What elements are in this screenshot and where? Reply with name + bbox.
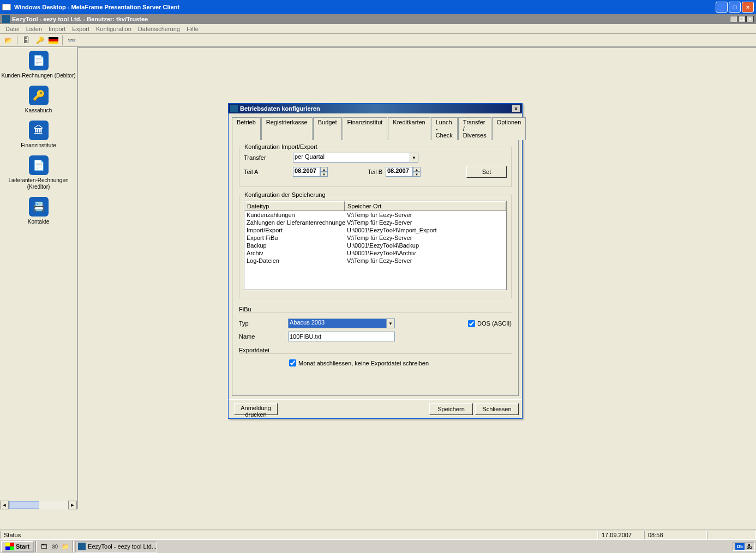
key-icon[interactable]: 🔑 [34, 35, 46, 46]
tab-lunch-check[interactable]: Lunch - Check [431, 117, 458, 140]
sidebar-label: Kontakte [0, 219, 77, 225]
teilb-input[interactable]: 08.2007 [386, 167, 413, 177]
grid-row[interactable]: ArchivU:\0001\EezyTool4\Archiv [244, 249, 506, 257]
grid-row[interactable]: Export FiBuV:\Temp für Eezy-Server [244, 234, 506, 242]
status-spare [707, 531, 756, 539]
col-dateityp[interactable]: Dateityp [244, 201, 345, 211]
scroll-thumb[interactable] [9, 501, 39, 509]
dropdown-icon[interactable]: ▼ [410, 153, 418, 163]
sidebar-item-1[interactable]: 🔑Kassabuch [0, 86, 77, 114]
schliessen-button[interactable]: Schliessen [475, 403, 519, 415]
grid-cell-type: Log-Dateien [244, 257, 345, 265]
scroll-left-button[interactable]: ◄ [0, 501, 9, 509]
storage-fieldset: Konfiguration der Speicherung Dateityp S… [239, 195, 512, 298]
sidebar-icon: 🔑 [29, 86, 49, 105]
tab-budget[interactable]: Budget [313, 117, 342, 140]
tab-body: Konfiguration Import/Export Transfer per… [232, 140, 519, 396]
menu-export[interactable]: Export [69, 26, 93, 32]
minimize-button[interactable]: _ [716, 2, 728, 13]
language-indicator[interactable]: DE [735, 543, 745, 550]
explorer-icon[interactable]: 📁 [60, 541, 71, 552]
ie-icon[interactable]: ⓔ [49, 541, 60, 552]
tab-kreditkarten[interactable]: Kreditkarten [388, 117, 430, 140]
properties-icon[interactable]: 🗄 [20, 35, 32, 46]
grid-row[interactable]: Import/ExportU:\0001\EezyTool4\Import_Ex… [244, 226, 506, 234]
outer-window-titlebar: Windows Desktop - MetaFrame Presentation… [0, 0, 756, 14]
grid-row[interactable]: Zahlungen der LieferantenrechnungenV:\Te… [244, 219, 506, 226]
teilb-spinner[interactable]: ▲▼ [413, 167, 421, 177]
dialog-title: Betriebsdaten konfigurieren [240, 105, 320, 112]
scroll-right-button[interactable]: ► [68, 501, 77, 509]
inner-window-titlebar: EezyTool - eezy tool Ltd. - Benutzer: tk… [0, 14, 756, 24]
menu-hilfe[interactable]: Hilfe [183, 26, 202, 32]
sidebar-icon: 📄 [29, 155, 49, 175]
content-area: Betriebsdaten konfigurieren × BetriebReg… [77, 47, 756, 509]
col-speicherort[interactable]: Speicher-Ort [345, 201, 506, 211]
sidebar-item-3[interactable]: 📄Lieferanten-Rechnungen (Kreditor) [0, 155, 77, 190]
mdi-minimize-button[interactable]: _ [730, 16, 737, 22]
menu-listen[interactable]: Listen [23, 26, 45, 32]
grid-header: Dateityp Speicher-Ort [244, 201, 506, 211]
sidebar-icon: 📇 [29, 197, 49, 217]
sidebar-label: Lieferanten-Rechnungen (Kreditor) [0, 177, 77, 190]
flag-de-icon[interactable] [47, 35, 59, 46]
show-desktop-icon[interactable]: 🗔 [38, 541, 49, 552]
speichern-button[interactable]: Speichern [429, 403, 473, 415]
dropdown-icon[interactable]: ▼ [386, 318, 395, 328]
taskbar-eezytool[interactable]: EezyTool - eezy tool Ltd.... [75, 541, 157, 552]
name-input[interactable] [288, 332, 395, 341]
grid-cell-type: Archiv [244, 249, 345, 257]
tabstrip: BetriebRegistrierkasseBudgetFinanzinstit… [232, 117, 519, 140]
set-button[interactable]: Set [466, 166, 507, 178]
grid-cell-path: V:\Temp für Eezy-Server [345, 211, 506, 219]
binoculars-icon[interactable]: 👓 [65, 35, 77, 46]
status-date: 17.09.2007 [598, 531, 644, 539]
grid-cell-path: U:\0001\EezyTool4\Archiv [345, 249, 506, 257]
task-app-icon [78, 543, 86, 550]
grid-row[interactable]: BackupU:\0001\EezyTool4\Backup [244, 242, 506, 249]
outer-window-title: Windows Desktop - MetaFrame Presentation… [14, 4, 179, 10]
mdi-close-button[interactable]: × [746, 16, 754, 22]
sidebar-item-2[interactable]: 🏛Finanzinstitute [0, 121, 77, 149]
anmeldung-drucken-button[interactable]: Anmeldung drucken [234, 403, 278, 415]
tab-betrieb[interactable]: Betrieb [232, 117, 261, 140]
exportdatei-heading: Exportdatei [239, 347, 512, 354]
sidebar-item-0[interactable]: 📄Kunden-Rechnungen (Debitor) [0, 51, 77, 79]
storage-grid[interactable]: Dateityp Speicher-Ort KundenzahlungenV:\… [244, 201, 507, 290]
grid-cell-type: Export FiBu [244, 234, 345, 242]
storage-legend: Konfiguration der Speicherung [243, 191, 327, 198]
sidebar-label: Kunden-Rechnungen (Debitor) [0, 73, 77, 79]
grid-cell-type: Kundenzahlungen [244, 211, 345, 219]
name-label: Name [239, 333, 288, 340]
tab-registrierkasse[interactable]: Registrierkasse [261, 117, 313, 140]
tab-optionen[interactable]: Optionen [492, 117, 526, 140]
network-icon[interactable]: 🖧 [746, 543, 752, 550]
monat-checkbox[interactable] [289, 359, 296, 366]
menu-datensicherung[interactable]: Datensicherung [135, 26, 183, 32]
dialog-close-button[interactable]: × [512, 105, 520, 112]
menubar: Datei Listen Import Export Konfiguration… [0, 24, 756, 34]
teila-input[interactable]: 08.2007 [293, 167, 320, 177]
tab-transfer-diverses[interactable]: Transfer / Diverses [458, 117, 491, 140]
sidebar-scrollbar[interactable]: ◄ ► [0, 501, 77, 509]
mdi-restore-button[interactable]: ❐ [738, 16, 746, 22]
grid-cell-path: V:\Temp für Eezy-Server [345, 219, 506, 226]
dos-checkbox[interactable] [468, 320, 475, 327]
menu-konfiguration[interactable]: Konfiguration [93, 26, 135, 32]
sidebar-icon: 🏛 [29, 121, 49, 140]
scroll-track[interactable] [9, 501, 68, 509]
transfer-select[interactable]: per Quartal [293, 153, 410, 163]
dialog-titlebar: Betriebsdaten konfigurieren × [229, 104, 522, 113]
grid-row[interactable]: Log-DateienV:\Temp für Eezy-Server [244, 257, 506, 265]
teila-spinner[interactable]: ▲▼ [320, 167, 328, 177]
menu-datei[interactable]: Datei [2, 26, 23, 32]
close-button[interactable]: × [742, 2, 754, 13]
sidebar-item-4[interactable]: 📇Kontakte [0, 197, 77, 225]
grid-row[interactable]: KundenzahlungenV:\Temp für Eezy-Server [244, 211, 506, 219]
open-folder-icon[interactable]: 📂 [2, 35, 14, 46]
menu-import[interactable]: Import [45, 26, 69, 32]
start-button[interactable]: Start [1, 541, 34, 552]
tab-finanzinstitut[interactable]: Finanzinstitut [343, 117, 388, 140]
maximize-button[interactable]: □ [729, 2, 741, 13]
typ-select[interactable]: Abacus 2003 [288, 318, 386, 328]
